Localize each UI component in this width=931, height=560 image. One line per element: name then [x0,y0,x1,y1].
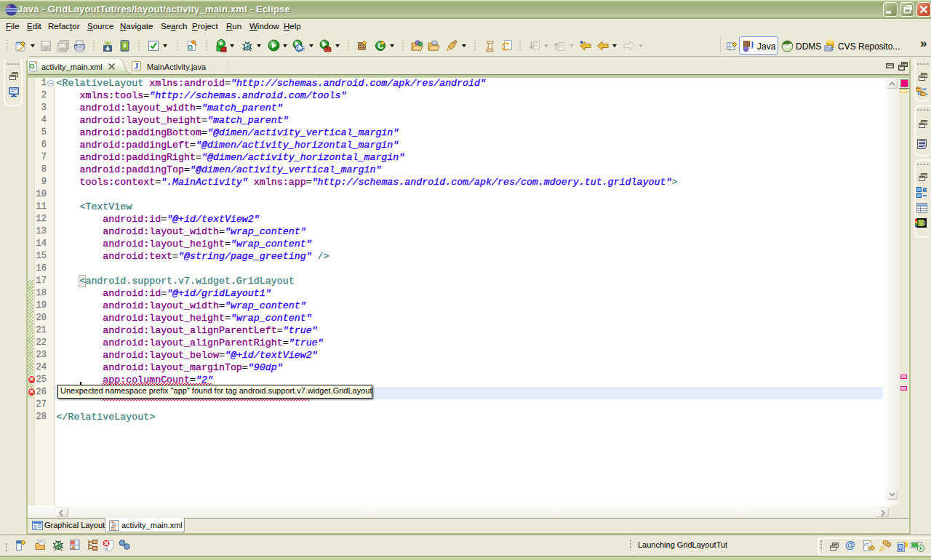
svg-text:J: J [135,61,139,71]
svg-text:cvs: cvs [826,46,834,51]
svg-text:J: J [749,40,754,51]
